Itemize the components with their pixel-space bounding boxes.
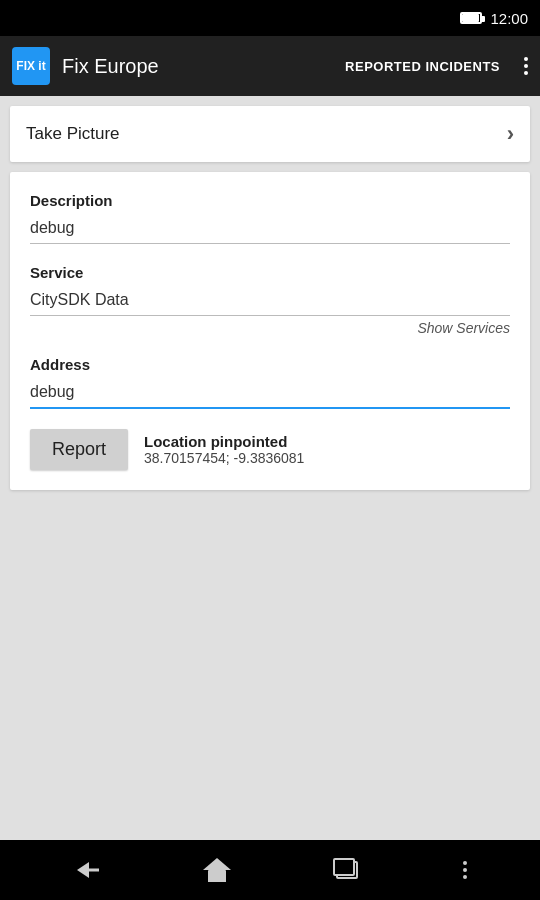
service-input[interactable]	[30, 287, 510, 316]
main-content: Take Picture › Description Service Show …	[0, 96, 540, 490]
app-bar: FIX it Fix Europe REPORTED INCIDENTS	[0, 36, 540, 96]
location-coords: 38.70157454; -9.3836081	[144, 450, 304, 466]
recents-icon	[336, 861, 358, 879]
take-picture-label: Take Picture	[26, 124, 120, 144]
address-input[interactable]	[30, 379, 510, 409]
bottom-nav-bar	[0, 840, 540, 900]
location-title: Location pinpointed	[144, 433, 304, 450]
address-label: Address	[30, 356, 510, 373]
status-bar: 12:00	[0, 0, 540, 36]
status-time: 12:00	[490, 10, 528, 27]
battery-icon	[460, 12, 482, 24]
app-title: Fix Europe	[62, 55, 333, 78]
show-services-container: Show Services	[30, 320, 510, 336]
bottom-dot-3	[463, 875, 467, 879]
reported-incidents-label: REPORTED INCIDENTS	[345, 59, 500, 74]
address-field-group: Address	[30, 356, 510, 409]
service-field-group: Service Show Services	[30, 264, 510, 336]
form-card: Description Service Show Services Addres…	[10, 172, 530, 490]
report-button[interactable]: Report	[30, 429, 128, 470]
app-logo: FIX it	[12, 47, 50, 85]
bottom-overflow-button[interactable]	[463, 861, 467, 879]
back-button[interactable]	[73, 860, 99, 880]
app-logo-text: FIX it	[16, 60, 45, 72]
overflow-menu-button[interactable]	[524, 54, 528, 78]
service-label: Service	[30, 264, 510, 281]
description-input[interactable]	[30, 215, 510, 244]
recents-button[interactable]	[336, 861, 358, 879]
description-label: Description	[30, 192, 510, 209]
show-services-link[interactable]: Show Services	[417, 320, 510, 336]
bottom-dot-1	[463, 861, 467, 865]
home-button[interactable]	[204, 858, 230, 882]
home-icon	[204, 858, 230, 882]
report-row: Report Location pinpointed 38.70157454; …	[30, 429, 510, 470]
location-info: Location pinpointed 38.70157454; -9.3836…	[144, 433, 304, 466]
take-picture-card[interactable]: Take Picture ›	[10, 106, 530, 162]
back-arrow-icon	[73, 860, 99, 880]
bottom-dot-2	[463, 868, 467, 872]
description-field-group: Description	[30, 192, 510, 244]
chevron-right-icon: ›	[507, 121, 514, 147]
